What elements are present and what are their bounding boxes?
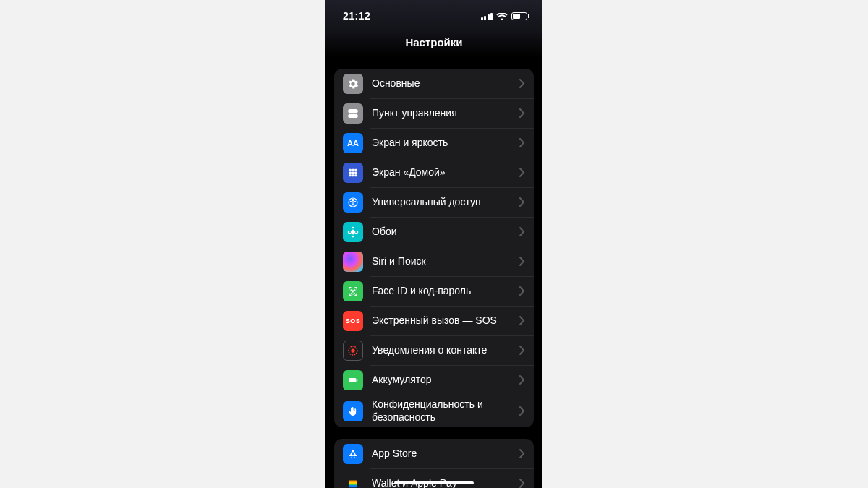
gear-icon (343, 74, 363, 94)
toggles-icon (343, 103, 363, 124)
chevron-right-icon (519, 479, 525, 488)
status-indicators (481, 12, 530, 20)
svg-point-15 (352, 231, 354, 234)
row-control-center[interactable]: Пункт управления (334, 98, 534, 128)
wifi-icon (496, 12, 508, 20)
chevron-right-icon (519, 79, 525, 88)
svg-point-1 (350, 110, 352, 111)
row-faceid[interactable]: Face ID и код-пароль (334, 276, 534, 306)
svg-rect-8 (352, 171, 354, 174)
status-time: 21:12 (343, 10, 370, 22)
row-label: Экстренный вызов — SOS (372, 314, 519, 328)
page-title: Настройки (326, 32, 542, 57)
chevron-right-icon (519, 197, 525, 207)
row-label: Уведомления о контакте (372, 344, 519, 357)
row-label: Экран «Домой» (372, 166, 519, 179)
cellular-icon (481, 12, 493, 20)
svg-rect-10 (349, 174, 352, 176)
row-app-store[interactable]: App Store (334, 439, 534, 468)
svg-rect-6 (354, 168, 357, 171)
chevron-right-icon (519, 138, 525, 147)
flower-icon (343, 222, 363, 242)
row-contact-notice[interactable]: Уведомления о контакте (334, 335, 534, 365)
chevron-right-icon (519, 406, 525, 416)
row-wallpaper[interactable]: Обои (334, 217, 534, 247)
status-bar: 21:12 (326, 0, 542, 32)
svg-point-23 (351, 348, 354, 352)
svg-rect-4 (349, 168, 352, 171)
row-label: Универсальный доступ (372, 196, 519, 209)
row-label: Siri и Поиск (372, 255, 519, 268)
grid-icon (343, 163, 363, 183)
row-sos[interactable]: SOS Экстренный вызов — SOS (334, 306, 534, 335)
svg-point-17 (352, 234, 354, 237)
row-label: Конфиденциальность и безопасность (372, 398, 519, 424)
svg-point-14 (352, 199, 354, 200)
wallet-icon (343, 474, 363, 489)
row-general[interactable]: Основные (334, 69, 534, 98)
row-label: App Store (372, 448, 519, 461)
svg-point-21 (354, 289, 355, 290)
row-siri[interactable]: Siri и Поиск (334, 247, 534, 276)
row-label: Основные (372, 77, 519, 90)
hand-icon (343, 401, 363, 421)
row-label: Face ID и код-пароль (372, 285, 519, 298)
chevron-right-icon (519, 346, 525, 355)
svg-rect-9 (354, 171, 357, 174)
chevron-right-icon (519, 108, 525, 118)
siri-icon (343, 252, 363, 272)
row-display[interactable]: AA Экран и яркость (334, 128, 534, 158)
letters-aa-icon: AA (343, 133, 363, 153)
svg-rect-12 (354, 174, 357, 176)
row-label: Экран и яркость (372, 137, 519, 150)
svg-point-18 (348, 231, 352, 233)
svg-point-16 (352, 227, 354, 231)
home-indicator[interactable] (394, 481, 474, 484)
row-privacy[interactable]: Конфиденциальность и безопасность (334, 395, 534, 427)
chevron-right-icon (519, 286, 525, 296)
row-battery[interactable]: Аккумулятор (334, 365, 534, 395)
row-label: Пункт управления (372, 107, 519, 120)
svg-point-20 (351, 289, 352, 290)
svg-rect-11 (352, 174, 354, 176)
svg-rect-29 (349, 485, 357, 487)
chevron-right-icon (519, 257, 525, 266)
chevron-right-icon (519, 375, 525, 385)
row-label: Аккумулятор (372, 374, 519, 387)
svg-rect-5 (352, 168, 354, 171)
chevron-right-icon (519, 449, 525, 458)
phone-frame: 21:12 Настройки Основные (326, 0, 542, 488)
sos-icon: SOS (343, 311, 363, 331)
settings-group-system: Основные Пункт управления AA Экран и ярк… (334, 69, 534, 427)
row-wallet[interactable]: Wallet и Apple Pay (334, 468, 534, 488)
settings-scroll[interactable]: Основные Пункт управления AA Экран и ярк… (326, 57, 542, 488)
chevron-right-icon (519, 168, 525, 177)
contact-card-icon (343, 341, 363, 361)
row-home-screen[interactable]: Экран «Домой» (334, 158, 534, 187)
chevron-right-icon (519, 316, 525, 325)
accessibility-icon (343, 192, 363, 213)
svg-rect-25 (357, 379, 358, 381)
battery-icon (343, 370, 363, 390)
settings-group-store: App Store Wallet и Apple Pay (334, 439, 534, 488)
faceid-icon (343, 281, 363, 301)
svg-rect-7 (349, 171, 352, 174)
svg-point-3 (354, 115, 356, 116)
chevron-right-icon (519, 227, 525, 236)
svg-point-19 (354, 231, 358, 233)
row-label: Обои (372, 226, 519, 239)
row-accessibility[interactable]: Универсальный доступ (334, 187, 534, 217)
appstore-icon (343, 444, 363, 464)
svg-rect-24 (349, 378, 357, 382)
battery-icon (511, 12, 529, 20)
